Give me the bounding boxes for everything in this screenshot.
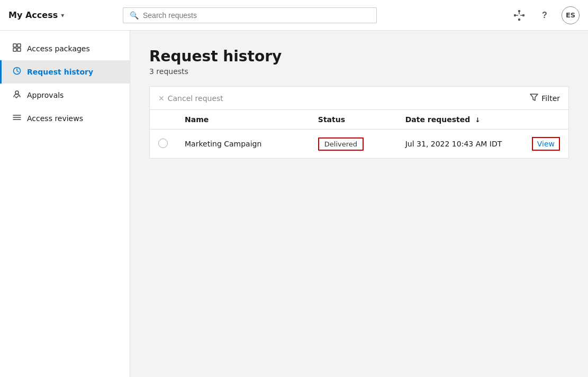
header-actions: ? ES — [511, 6, 580, 24]
network-icon — [513, 10, 525, 21]
svg-rect-1 — [514, 14, 516, 16]
network-icon-button[interactable] — [511, 7, 528, 24]
table-toolbar: ✕ Cancel request Filter — [150, 87, 568, 110]
page-title: Request history — [149, 48, 569, 65]
search-icon: 🔍 — [130, 11, 139, 20]
brand[interactable]: My Access ▾ — [8, 10, 114, 20]
subtitle: 3 requests — [149, 67, 569, 76]
avatar[interactable]: ES — [562, 6, 580, 24]
svg-rect-2 — [522, 14, 524, 16]
col-header-date[interactable]: Date requested ↓ — [397, 110, 523, 130]
table-card: ✕ Cancel request Filter — [149, 86, 569, 159]
header: My Access ▾ 🔍 ? ES — [0, 0, 588, 31]
table-header-row: Name Status Date requested ↓ — [150, 110, 568, 130]
requests-table: Name Status Date requested ↓ — [150, 110, 568, 158]
sidebar-item-request-history[interactable]: Request history — [0, 60, 130, 84]
row-name-cell: Marketing Campaign — [176, 130, 310, 159]
help-icon: ? — [542, 11, 547, 20]
filter-label: Filter — [541, 94, 560, 103]
status-badge: Delivered — [318, 137, 364, 151]
sidebar-item-label: Request history — [27, 68, 93, 76]
brand-label: My Access — [8, 10, 58, 20]
col-header-select — [150, 110, 176, 130]
col-header-name: Name — [176, 110, 310, 130]
svg-rect-8 — [13, 44, 16, 47]
col-header-action — [523, 110, 568, 130]
cancel-request-label: Cancel request — [168, 94, 223, 103]
history-icon — [12, 67, 22, 77]
sidebar-item-access-packages[interactable]: Access packages — [0, 37, 130, 60]
row-radio[interactable] — [158, 139, 168, 148]
filter-button[interactable]: Filter — [530, 93, 560, 103]
search-input[interactable] — [143, 11, 370, 20]
sidebar-item-access-reviews[interactable]: Access reviews — [0, 107, 130, 130]
svg-rect-11 — [17, 48, 21, 51]
sidebar-item-approvals[interactable]: Approvals — [0, 84, 130, 107]
svg-rect-10 — [13, 48, 16, 51]
chevron-down-icon: ▾ — [61, 12, 64, 19]
cancel-request-section: ✕ Cancel request — [158, 94, 223, 103]
sidebar-item-label: Approvals — [27, 91, 64, 99]
grid-icon — [12, 43, 22, 54]
svg-point-13 — [15, 91, 19, 94]
filter-icon — [530, 93, 538, 103]
sidebar-item-label: Access packages — [27, 44, 90, 53]
help-button[interactable]: ? — [536, 7, 553, 24]
sidebar: Access packages Request history Approval… — [0, 31, 130, 377]
list-icon — [12, 113, 22, 124]
row-date-cell: Jul 31, 2022 10:43 AM IDT — [397, 130, 523, 159]
sidebar-item-label: Access reviews — [27, 114, 83, 123]
approvals-icon — [12, 90, 22, 100]
x-icon: ✕ — [158, 94, 165, 103]
view-link[interactable]: View — [532, 137, 560, 151]
main-content: Request history 3 requests ✕ Cancel requ… — [130, 31, 588, 377]
table-row: Marketing Campaign Delivered Jul 31, 202… — [150, 130, 568, 159]
svg-rect-9 — [17, 44, 21, 47]
svg-marker-17 — [530, 94, 538, 100]
sort-desc-icon: ↓ — [475, 116, 480, 124]
layout: Access packages Request history Approval… — [0, 31, 588, 377]
svg-rect-0 — [518, 10, 520, 12]
row-status-cell: Delivered — [310, 130, 397, 159]
col-header-status: Status — [310, 110, 397, 130]
row-select-cell — [150, 130, 176, 159]
row-action-cell: View — [523, 130, 568, 159]
search-bar[interactable]: 🔍 — [123, 7, 377, 23]
